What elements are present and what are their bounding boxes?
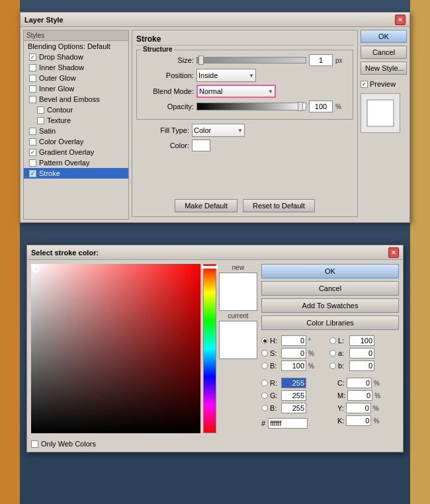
only-web-row: Only Web Colors — [31, 440, 257, 448]
style-color-overlay[interactable]: Color Overlay — [24, 136, 128, 147]
size-unit: px — [335, 57, 349, 64]
sat-input[interactable] — [281, 348, 306, 358]
layer-style-close-btn[interactable]: ✕ — [395, 15, 406, 25]
stroke-section: Stroke Structure Size: px — [132, 30, 358, 217]
outer-glow-checkbox[interactable] — [29, 75, 36, 82]
k-input[interactable] — [346, 415, 371, 426]
pattern-overlay-checkbox[interactable] — [29, 159, 36, 167]
brightness-input[interactable] — [281, 360, 306, 371]
a-input[interactable] — [349, 348, 374, 358]
hue-input[interactable] — [281, 335, 306, 346]
sat-radio[interactable] — [261, 350, 268, 357]
stroke-color-swatch[interactable] — [192, 140, 210, 151]
style-outer-glow[interactable]: Outer Glow — [24, 73, 128, 83]
new-style-btn[interactable]: New Style... — [361, 62, 407, 75]
color-libraries-btn[interactable]: Color Libraries — [261, 315, 399, 330]
style-contour[interactable]: Contour — [24, 105, 128, 115]
l-radio[interactable] — [329, 337, 336, 344]
b-lab-radio[interactable] — [329, 362, 336, 369]
b-input[interactable] — [281, 403, 306, 413]
contour-checkbox[interactable] — [37, 106, 44, 114]
size-input[interactable] — [309, 54, 333, 66]
sat-label: S: — [270, 349, 279, 357]
add-to-swatches-btn[interactable]: Add To Swatches — [261, 298, 399, 313]
opacity-slider[interactable] — [196, 103, 306, 110]
bevel-emboss-checkbox[interactable] — [29, 96, 36, 103]
fill-type-dropdown-arrow: ▼ — [237, 128, 243, 134]
color-picker-cancel-btn[interactable]: Cancel — [261, 281, 399, 296]
style-gradient-overlay[interactable]: ✓ Gradient Overlay — [24, 147, 128, 157]
current-color-swatch[interactable] — [219, 321, 257, 359]
style-blending-options[interactable]: Blending Options: Default — [24, 41, 128, 52]
a-radio[interactable] — [329, 350, 336, 357]
b-lab-input[interactable] — [349, 360, 374, 371]
layer-style-dialog: Layer Style ✕ Styles Blending Options: D… — [20, 12, 410, 223]
color-picker-ok-btn[interactable]: OK — [261, 264, 399, 278]
preview-box — [361, 93, 400, 133]
k-label: K: — [337, 417, 344, 425]
layer-style-cancel-btn[interactable]: Cancel — [361, 46, 407, 59]
r-input[interactable] — [281, 378, 306, 388]
size-row: Size: px — [141, 54, 349, 66]
preview-row: ✓ Preview — [361, 80, 407, 88]
inner-glow-checkbox[interactable] — [29, 85, 36, 93]
lab-cmyk-col: L: a: b: C: — [329, 335, 382, 429]
style-drop-shadow[interactable]: ✓ Drop Shadow — [24, 52, 128, 62]
blend-mode-dropdown[interactable]: Normal ▼ — [196, 85, 276, 98]
pattern-overlay-label: Pattern Overlay — [39, 159, 89, 167]
color-gradient-box[interactable] — [31, 264, 200, 433]
preview-checkbox[interactable]: ✓ — [361, 81, 368, 88]
drop-shadow-checkbox[interactable]: ✓ — [29, 54, 36, 61]
color-picker-titlebar: Select stroke color: ✕ — [27, 245, 403, 260]
size-slider[interactable] — [196, 57, 306, 63]
cp-left: new current Only Web Colors — [31, 264, 257, 448]
new-color-swatch[interactable] — [219, 273, 257, 311]
fill-type-dropdown[interactable]: Color ▼ — [192, 124, 245, 137]
texture-checkbox[interactable] — [37, 117, 44, 124]
hsb-rgb-col: H: ° S: % B: % — [261, 335, 316, 429]
color-picker-dialog: Select stroke color: ✕ new current — [26, 245, 404, 452]
satin-checkbox[interactable] — [29, 128, 36, 135]
style-inner-shadow[interactable]: Inner Shadow — [24, 62, 128, 73]
gradient-overlay-checkbox[interactable]: ✓ — [29, 149, 36, 156]
style-satin[interactable]: Satin — [24, 126, 128, 136]
style-inner-glow[interactable]: Inner Glow — [24, 83, 128, 94]
hue-slider[interactable] — [203, 264, 216, 433]
stroke-checkbox[interactable]: ✓ — [29, 170, 36, 177]
fill-type-row: Fill Type: Color ▼ — [136, 124, 353, 137]
brightness-radio[interactable] — [261, 362, 268, 369]
style-stroke[interactable]: ✓ Stroke — [24, 168, 128, 179]
only-web-checkbox[interactable] — [31, 441, 38, 448]
make-default-btn[interactable]: Make Default — [175, 199, 237, 212]
brightness-label: B: — [270, 362, 279, 370]
structure-box: Structure Size: px Position: — [136, 50, 353, 120]
opacity-input[interactable] — [309, 101, 333, 112]
color-values: H: ° S: % B: % — [261, 335, 399, 429]
layer-style-ok-btn[interactable]: OK — [361, 30, 407, 43]
color-overlay-checkbox[interactable] — [29, 138, 36, 146]
fill-type-label: Fill Type: — [136, 126, 189, 134]
hue-radio[interactable] — [261, 337, 268, 344]
m-input[interactable] — [347, 390, 372, 401]
c-unit: % — [374, 380, 382, 387]
style-bevel-emboss[interactable]: Bevel and Emboss — [24, 94, 128, 105]
b-radio[interactable] — [261, 405, 268, 411]
contour-label: Contour — [47, 106, 73, 114]
style-texture[interactable]: Texture — [24, 115, 128, 126]
r-radio[interactable] — [261, 380, 268, 386]
inner-shadow-checkbox[interactable] — [29, 64, 36, 71]
inner-shadow-label: Inner Shadow — [39, 63, 84, 71]
style-label: Blending Options: Default — [28, 42, 110, 50]
y-input[interactable] — [346, 403, 371, 413]
color-picker-close-btn[interactable]: ✕ — [388, 247, 399, 258]
c-input[interactable] — [347, 378, 372, 388]
style-pattern-overlay[interactable]: Pattern Overlay — [24, 157, 128, 168]
hex-input[interactable] — [268, 418, 308, 429]
g-radio[interactable] — [261, 392, 268, 399]
reset-to-default-btn[interactable]: Reset to Default — [243, 199, 315, 212]
l-input[interactable] — [349, 335, 374, 346]
position-dropdown[interactable]: Inside ▼ — [196, 69, 256, 82]
opacity-slider-thumb[interactable] — [298, 102, 303, 111]
g-label: G: — [270, 392, 279, 399]
g-input[interactable] — [281, 390, 306, 401]
